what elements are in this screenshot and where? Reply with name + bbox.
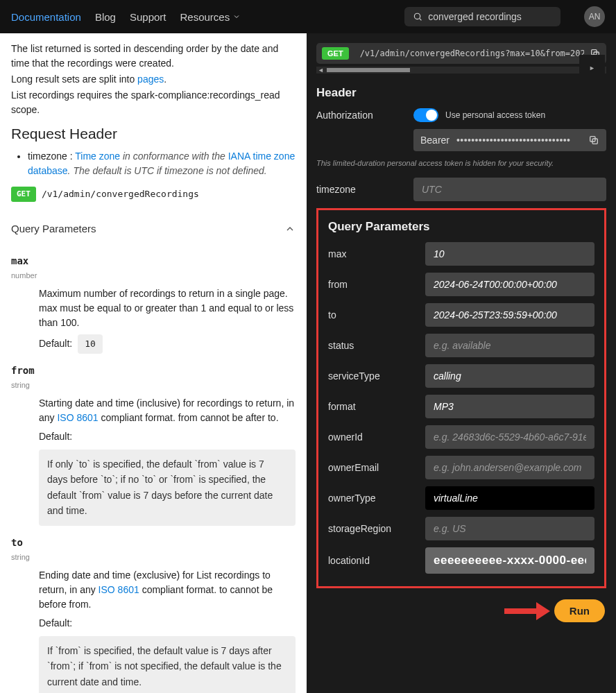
- nav-blog[interactable]: Blog: [95, 11, 116, 23]
- nav-resources[interactable]: Resources: [180, 11, 241, 23]
- horizontal-scrollbar[interactable]: ◄ ►: [316, 67, 606, 74]
- token-helper-text: This limited-duration personal access to…: [316, 158, 606, 168]
- toggle-personal-token[interactable]: [413, 108, 438, 122]
- method-badge: GET: [11, 187, 36, 203]
- label-format: format: [328, 401, 417, 412]
- param-from: from string Starting date and time (incl…: [11, 363, 296, 526]
- query-params-box: Query Parameters max from to status serv…: [316, 208, 606, 588]
- input-owneremail[interactable]: [425, 456, 594, 479]
- tz-bullet-c: . The default is UTC if timezone is not …: [68, 165, 267, 176]
- intro-text-3: List recordings requires the spark-compl…: [11, 88, 296, 117]
- label-max: max: [328, 248, 417, 259]
- select-ownertype[interactable]: virtualLine: [425, 486, 594, 510]
- label-from: from: [328, 279, 417, 290]
- link-iso-to[interactable]: ISO 8601: [99, 584, 139, 595]
- request-header-title: Request Header: [11, 123, 296, 145]
- endpoint-line: GET /v1/admin/convergedRecordings: [11, 187, 296, 203]
- label-timezone: timezone: [316, 184, 405, 195]
- run-button[interactable]: Run: [554, 599, 605, 622]
- tz-bullet-a: timezone :: [28, 151, 75, 162]
- qp-section-title: Query Parameters: [328, 220, 594, 234]
- param-max-default: 10: [78, 334, 103, 354]
- param-from-info: If only `to` is specified, the default `…: [39, 450, 296, 526]
- method-badge-right: GET: [322, 47, 349, 60]
- scroll-left-icon[interactable]: ◄: [318, 67, 324, 74]
- label-locationid: locationId: [328, 555, 417, 566]
- param-max-desc: Maximum number of recordings to return i…: [39, 286, 296, 330]
- param-from-type: string: [11, 379, 296, 391]
- scrollbar-thumb[interactable]: [327, 68, 410, 72]
- input-locationid[interactable]: [425, 547, 594, 574]
- search-input[interactable]: [428, 11, 552, 22]
- avatar[interactable]: AN: [584, 6, 605, 27]
- label-storageregion: storageRegion: [328, 523, 417, 534]
- query-params-toggle[interactable]: Query Parameters: [11, 214, 296, 244]
- input-max[interactable]: [425, 242, 594, 266]
- label-status: status: [328, 340, 417, 351]
- label-to: to: [328, 309, 417, 320]
- chevron-up-icon: [284, 223, 296, 234]
- input-servicetype[interactable]: [425, 364, 594, 388]
- query-params-title: Query Parameters: [11, 221, 96, 237]
- param-to-info: If `from` is specified, the default valu…: [39, 636, 296, 693]
- param-max: max number Maximum number of recordings …: [11, 254, 296, 354]
- param-max-type: number: [11, 270, 296, 282]
- docs-panel: The list returned is sorted in descendin…: [0, 33, 307, 693]
- label-authorization: Authorization: [316, 110, 405, 121]
- param-max-default-label: Default:: [39, 338, 72, 349]
- svg-rect-6: [504, 608, 536, 614]
- param-max-name: max: [11, 254, 296, 268]
- svg-point-0: [414, 13, 420, 19]
- label-owneremail: ownerEmail: [328, 462, 417, 473]
- bearer-box: Bearer •••••••••••••••••••••••••••••••: [413, 129, 606, 151]
- input-from[interactable]: [425, 273, 594, 296]
- input-status[interactable]: [425, 334, 594, 357]
- input-to[interactable]: [425, 303, 594, 327]
- nav-resources-label: Resources: [180, 11, 230, 23]
- label-servicetype: serviceType: [328, 370, 417, 382]
- param-to: to string Ending date and time (exclusiv…: [11, 536, 296, 693]
- api-url-text: /v1/admin/convergedRecordings?max=10&fro…: [360, 49, 584, 58]
- copy-token-icon[interactable]: [588, 135, 599, 146]
- row-authorization: Authorization Use personal access token: [316, 108, 606, 122]
- param-from-desc-b: compliant format. from cannot be after t…: [99, 412, 279, 423]
- input-ownerid[interactable]: [425, 425, 594, 449]
- nav-support[interactable]: Support: [130, 11, 166, 23]
- bearer-label: Bearer: [420, 135, 450, 146]
- api-url-box: GET /v1/admin/convergedRecordings?max=10…: [316, 43, 606, 64]
- link-timezone[interactable]: Time zone: [75, 151, 120, 162]
- param-to-name: to: [11, 536, 296, 550]
- arrow-annotation-icon: [504, 602, 550, 620]
- input-format[interactable]: [425, 395, 594, 418]
- intro-text-2a: Long result sets are split into: [11, 74, 137, 85]
- param-from-default-label: Default:: [39, 429, 296, 444]
- bearer-token-masked: •••••••••••••••••••••••••••••••: [456, 135, 581, 146]
- toggle-text: Use personal access token: [445, 110, 545, 120]
- top-nav: Documentation Blog Support Resources AN: [0, 0, 616, 33]
- svg-marker-7: [536, 602, 550, 620]
- chevron-down-icon: [232, 12, 241, 21]
- input-timezone[interactable]: [413, 178, 606, 201]
- nav-documentation[interactable]: Documentation: [11, 11, 81, 23]
- svg-line-1: [420, 19, 422, 21]
- label-ownerid: ownerId: [328, 431, 417, 443]
- scroll-right-icon[interactable]: ►: [579, 55, 605, 85]
- tz-bullet-b: in conformance with the: [120, 151, 228, 162]
- param-from-name: from: [11, 363, 296, 378]
- input-storageregion[interactable]: [425, 517, 594, 540]
- link-pages[interactable]: pages: [137, 74, 164, 85]
- search-icon: [413, 11, 422, 22]
- row-timezone: timezone: [316, 178, 606, 201]
- link-iso-from[interactable]: ISO 8601: [57, 412, 98, 423]
- endpoint-path: /v1/admin/convergedRecordings: [42, 187, 199, 201]
- header-section-title: Header: [316, 86, 606, 100]
- try-it-panel: GET /v1/admin/convergedRecordings?max=10…: [307, 33, 616, 693]
- search-box[interactable]: [404, 7, 561, 26]
- intro-text-2b: .: [164, 74, 166, 85]
- label-ownertype: ownerType: [328, 493, 417, 504]
- tz-bullet: timezone : Time zone in conformance with…: [28, 149, 296, 178]
- intro-text-1: The list returned is sorted in descendin…: [11, 42, 296, 71]
- param-to-type: string: [11, 551, 296, 563]
- param-to-default-label: Default:: [39, 616, 296, 631]
